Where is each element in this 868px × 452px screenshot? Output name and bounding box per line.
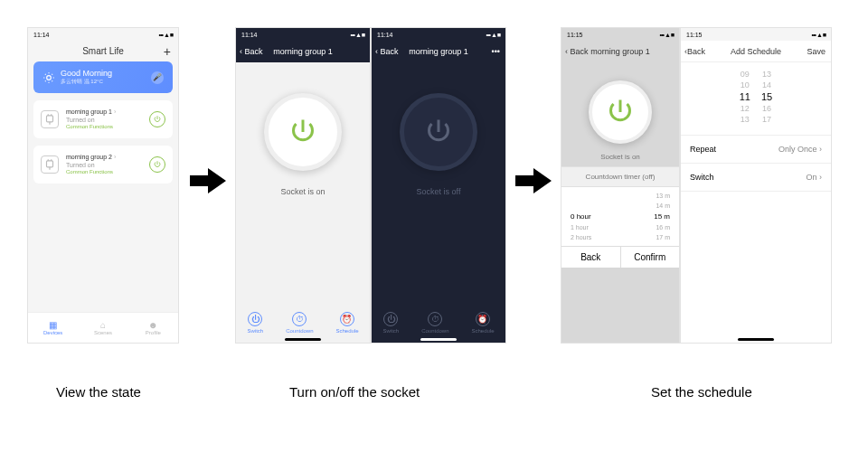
weather-sub: 多云转晴 温 12°C [61,78,112,86]
caption-1: View the state [56,384,141,400]
app-title-row: Smart Life + [33,41,173,61]
device-name: morning group 2 [66,154,112,160]
switch-row[interactable]: Switch On › [681,164,831,192]
back-button[interactable]: ‹Back [684,47,705,56]
device-card[interactable]: morning group 2 › Turned on Common Funct… [33,146,173,184]
nav-bar: ‹ Back morning group 1 [561,41,679,62]
tab-devices[interactable]: ▦Devices [28,313,78,343]
status-icons: ••• ▲ ■ [159,32,173,38]
power-icon [287,116,319,148]
bot-switch[interactable]: ⏻Switch [247,312,263,334]
power-icon [604,96,637,128]
bot-schedule[interactable]: ⏰Schedule [471,312,494,334]
bot-countdown[interactable]: ⏱Countdown [286,312,313,334]
phone-control-on: 11:14••• ▲ ■ ‹ Back morning group 1 Sock… [235,27,371,344]
picker-confirm-button[interactable]: Confirm [620,247,680,268]
arrow-icon [515,163,552,199]
phone-schedule: 11:15••• ▲ ■ ‹Back Add Schedule Save 091… [680,27,832,344]
nav-bar: ‹ Back morning group 1 ••• [372,41,505,62]
common-functions-link[interactable]: Common Functions [66,169,142,176]
power-toggle[interactable] [149,156,165,173]
home-indicator [738,338,774,341]
tab-bar: ▦Devices ⌂Scenes ☻Profile [28,312,178,343]
svg-point-0 [47,75,52,80]
status-time: 11:14 [377,32,393,38]
row-label: Switch [690,173,714,182]
svg-rect-1 [47,116,53,122]
status-bar: 11:14••• ▲ ■ [236,28,370,41]
bot-countdown[interactable]: ⏱Countdown [421,312,448,334]
back-button[interactable]: ‹ Back [565,47,589,56]
sun-icon [42,71,55,84]
duration-picker[interactable]: 13 m 14 m 0 hour15 m 1 hour16 m 2 hours1… [561,187,679,246]
picker-back-button[interactable]: Back [561,247,620,268]
back-button[interactable]: ‹ Back [375,47,399,56]
bot-switch[interactable]: ⏻Switch [382,312,399,334]
row-label: Repeat [690,145,716,154]
weather-card[interactable]: Good Morning 多云转晴 温 12°C 🎤 [33,61,173,93]
device-state: Turned on [66,116,142,124]
power-toggle[interactable] [149,111,165,127]
power-icon [422,116,455,148]
power-button[interactable] [589,80,652,144]
phone-control-off: 11:14••• ▲ ■ ‹ Back morning group 1 ••• … [371,27,506,344]
nav-title: morning group 1 [409,47,468,56]
add-button[interactable]: + [164,44,171,59]
status-time: 11:15 [567,32,583,38]
nav-title: Add Schedule [731,47,781,56]
status-time: 11:14 [241,32,258,38]
voice-button[interactable]: 🎤 [151,71,164,84]
plug-icon [41,155,59,174]
status-time: 11:15 [686,32,703,38]
caption-2: Turn on/off the socket [289,384,420,400]
phone-countdown: 11:15••• ▲ ■ ‹ Back morning group 1 Sock… [561,27,680,344]
status-bar: 11:14••• ▲ ■ [372,28,505,41]
nav-bar: ‹ Back morning group 1 [236,41,370,62]
more-button[interactable]: ••• [492,47,500,56]
repeat-row[interactable]: Repeat Only Once › [681,136,831,164]
caption-3: Set the schedule [651,384,752,400]
status-bar: 11:15••• ▲ ■ [561,28,679,41]
device-card[interactable]: morning group 1 › Turned on Common Funct… [33,100,173,138]
bot-schedule[interactable]: ⏰Schedule [335,312,358,334]
status-time: 11:14 [33,32,50,38]
power-button[interactable] [264,93,342,171]
tab-scenes[interactable]: ⌂Scenes [78,313,127,343]
plug-icon [41,110,59,128]
arrow-icon [190,163,226,199]
phone-smartlife: 11:14 ••• ▲ ■ Smart Life + Good Morning … [27,27,179,344]
home-indicator [420,338,457,341]
device-name: morning group 1 [66,108,112,115]
socket-state: Socket is on [280,187,325,196]
power-button[interactable] [400,93,477,171]
device-state: Turned on [66,161,142,169]
common-functions-link[interactable]: Common Functions [66,124,142,131]
status-bar: 11:15••• ▲ ■ [681,28,831,41]
back-button[interactable]: ‹ Back [240,47,263,56]
socket-state: Socket is off [417,187,461,196]
svg-rect-2 [47,161,53,167]
save-button[interactable]: Save [807,47,826,56]
status-bar: 11:14 ••• ▲ ■ [28,28,178,41]
nav-title: morning group 1 [590,47,650,56]
nav-bar: ‹Back Add Schedule Save [681,41,831,62]
weather-greeting: Good Morning [61,69,112,78]
countdown-label: Countdown timer (off) [561,166,679,187]
time-picker[interactable]: 0910 11 1213 1314 15 1617 [681,62,831,136]
home-indicator [285,338,321,341]
app-title: Smart Life [82,46,124,56]
tab-profile[interactable]: ☻Profile [128,313,178,343]
nav-title: morning group 1 [273,47,333,56]
socket-state: Socket is on [600,153,640,161]
